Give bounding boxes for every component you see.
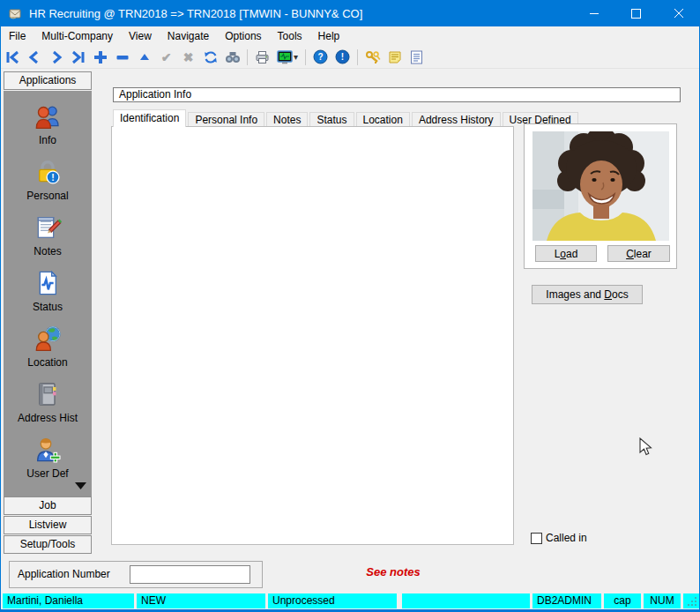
sidebar-item-label: Status: [33, 301, 63, 313]
menu-view[interactable]: View: [121, 26, 160, 46]
called-in-label: Called in: [546, 530, 607, 547]
application-number-input[interactable]: [130, 565, 250, 584]
first-record-icon: [5, 50, 19, 64]
sidebar-item-location[interactable]: Location: [4, 325, 92, 369]
clear-button[interactable]: Clear: [607, 245, 670, 262]
window-title: HR Recruiting @ TRN2018 => TRN2018 [TMWI…: [29, 7, 362, 20]
menu-navigate[interactable]: Navigate: [160, 26, 217, 46]
add-record-button[interactable]: [89, 47, 111, 68]
close-button[interactable]: [657, 0, 700, 26]
previous-record-button[interactable]: [23, 47, 45, 68]
title-bar[interactable]: HR Recruiting @ TRN2018 => TRN2018 [TMWI…: [1, 0, 700, 26]
next-record-button[interactable]: [45, 47, 67, 68]
images-docs-label-post: ocs: [612, 288, 629, 301]
sidebar-tab-job[interactable]: Job: [4, 496, 92, 515]
menu-tools[interactable]: Tools: [270, 26, 310, 46]
sidebar-item-address-hist[interactable]: Address Hist: [4, 380, 92, 424]
status-cell-empty: [402, 593, 530, 608]
sidebar-tab-listview[interactable]: Listview: [4, 516, 92, 534]
tab-address-history[interactable]: Address History: [412, 112, 501, 127]
status-cell-num: NUM: [644, 593, 681, 608]
resize-grip[interactable]: [683, 593, 699, 608]
binoculars-icon: [225, 51, 241, 63]
notepad-pencil-icon: [33, 213, 63, 242]
sort-up-button[interactable]: [133, 47, 155, 68]
tab-notes[interactable]: Notes: [266, 112, 308, 127]
about-button[interactable]: !: [331, 47, 354, 68]
document-icon: [410, 50, 423, 64]
print-button[interactable]: [251, 47, 273, 68]
cancel-button[interactable]: ✖: [177, 47, 199, 68]
minimize-icon: [590, 9, 599, 19]
svg-text:?: ?: [317, 52, 323, 62]
maximize-icon: [631, 9, 641, 19]
images-and-docs-button[interactable]: Images and Docs: [532, 285, 643, 304]
application-number-label: Application Number: [18, 566, 128, 583]
printer-icon: [255, 50, 270, 64]
sidebar-item-personal[interactable]: ! Personal: [4, 158, 92, 202]
sidebar-tab-applications[interactable]: Applications: [4, 71, 92, 90]
sidebar-item-info[interactable]: Info: [4, 102, 92, 146]
document-button[interactable]: [406, 47, 428, 68]
clear-label-post: lear: [634, 248, 652, 260]
chevron-down-icon: [75, 482, 86, 489]
maximize-button[interactable]: [615, 0, 657, 26]
applicant-photo: [532, 131, 669, 241]
keys-button[interactable]: [361, 47, 384, 68]
check-icon: ✔: [161, 50, 172, 64]
notes-button[interactable]: [384, 47, 406, 68]
status-bar: Martini, Daniella NEW Unprocessed DB2ADM…: [1, 593, 700, 609]
page-title: Application Info: [113, 87, 681, 102]
sidebar-panel: Info ! Personal Notes Status Location Ad…: [4, 91, 92, 496]
refresh-icon: [204, 50, 218, 64]
find-button[interactable]: [221, 47, 243, 68]
last-record-button[interactable]: [67, 47, 89, 68]
delete-record-button[interactable]: [111, 47, 133, 68]
x-icon: ✖: [183, 50, 194, 64]
refresh-button[interactable]: [199, 47, 221, 68]
sidebar-item-label: Address Hist: [18, 412, 78, 424]
clear-label-key: C: [626, 248, 634, 260]
tab-identification[interactable]: Identification: [113, 109, 186, 127]
yellow-note-icon: [388, 50, 402, 64]
called-in-checkbox[interactable]: [531, 533, 542, 544]
menu-file[interactable]: File: [1, 26, 34, 46]
menu-options[interactable]: Options: [217, 26, 269, 46]
add-icon: [93, 50, 108, 64]
status-cell-record: Martini, Daniella: [3, 593, 134, 608]
sidebar-item-status[interactable]: Status: [4, 269, 92, 313]
info-exclamation-icon: !: [335, 49, 350, 64]
grip-dots-icon: [686, 595, 698, 608]
tab-location[interactable]: Location: [356, 112, 410, 127]
monitor-dropdown-caret-icon[interactable]: ▾: [294, 52, 298, 62]
address-book-icon: [33, 380, 63, 408]
toolbar-separator: [305, 49, 306, 65]
first-record-button[interactable]: [1, 47, 23, 68]
minimize-button[interactable]: [574, 0, 615, 26]
menu-bar: File Multi-Company View Navigate Options…: [1, 26, 700, 46]
status-cell-user: DB2ADMIN: [532, 593, 601, 608]
tab-personal-info[interactable]: Personal Info: [188, 112, 264, 127]
previous-record-icon: [27, 50, 41, 64]
user-add-icon: [33, 436, 63, 464]
sidebar-scroll-down-button[interactable]: [75, 477, 86, 493]
tab-status[interactable]: Status: [309, 112, 354, 127]
load-button[interactable]: Load: [535, 245, 597, 262]
menu-multi-company[interactable]: Multi-Company: [34, 26, 121, 46]
status-cell-state: NEW: [137, 593, 265, 608]
svg-text:!: !: [51, 172, 55, 183]
menu-help[interactable]: Help: [310, 26, 348, 46]
accept-button[interactable]: ✔: [155, 47, 177, 68]
toolbar: ✔ ✖ ▾ ? !: [1, 46, 700, 69]
monitor-button[interactable]: ▾: [273, 47, 302, 68]
sidebar-item-user-def[interactable]: User Def: [4, 436, 92, 480]
lock-icon: !: [33, 158, 63, 186]
next-record-icon: [49, 50, 63, 64]
images-docs-label-pre: Images and: [546, 288, 604, 301]
sidebar-item-label: Personal: [26, 190, 68, 202]
sidebar-tab-setup-tools[interactable]: Setup/Tools: [4, 535, 92, 554]
status-cell-cap: cap: [604, 593, 641, 608]
sidebar-item-notes[interactable]: Notes: [4, 213, 92, 257]
remove-icon: [115, 50, 130, 64]
help-button[interactable]: ?: [309, 47, 331, 68]
